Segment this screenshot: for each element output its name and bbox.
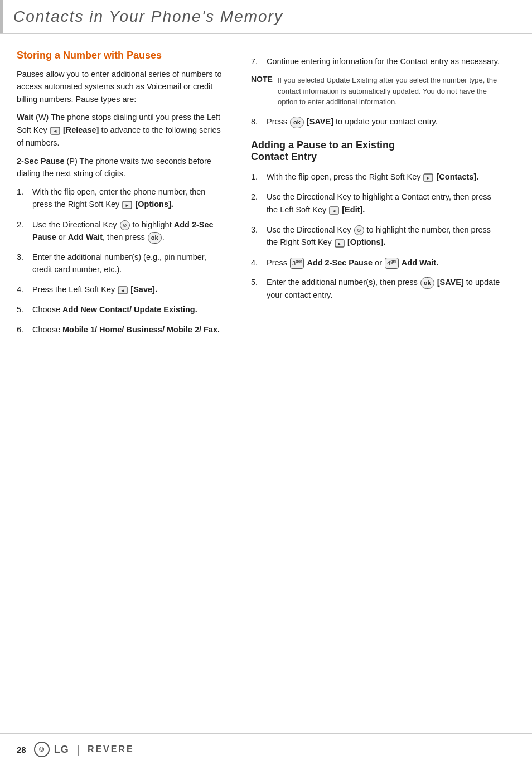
wait-abbrev: (W) [36,113,49,122]
svg-text:◄: ◄ [332,209,336,214]
mobile-home-label: Mobile 1/ Home/ Business/ Mobile 2/ Fax. [62,325,220,334]
pause-step-4-text: Press 3def Add 2-Sec Pause or 4ghi Add W… [267,256,438,269]
page-title: Contacts in Your Phone's Memory [13,0,283,33]
edit-label: [Edit]. [342,205,365,214]
pause-step-1: 1. With the flip open, press the Right S… [251,171,504,183]
brand-name: REVERE [88,744,134,754]
ok-key-icon-2: ok [148,232,162,244]
pause-step-3-text: Use the Directional Key ⊙ to highlight t… [267,224,504,249]
pause-step-5-text: Enter the additional number(s), then pre… [267,276,504,301]
page-number: 28 [17,745,26,754]
svg-text:►: ► [125,203,129,208]
step-8-text: Press ok [SAVE] to update your contact e… [267,115,438,128]
step-1-text: With the flip open, enter the phone numb… [32,186,223,211]
step-num-2: 2. [17,219,30,231]
step-3-text: Enter the additional number(s) (e.g., pi… [32,251,223,276]
key-4ghi-icon: 4ghi [385,258,399,268]
right-step-8: 8. Press ok [SAVE] to update your contac… [251,115,504,128]
left-step-1: 1. With the flip open, enter the phone n… [17,186,223,211]
right-softkey-icon-p1: ► [423,171,433,183]
adding-pause-heading: Adding a Pause to an Existing Contact En… [251,139,504,163]
directional-key-icon-p3: ⊙ [354,225,364,235]
step-num-1: 1. [17,186,30,198]
step-4-key: [Save]. [130,285,157,294]
pause-step-num-1: 1. [251,171,264,183]
header-bar [0,0,3,33]
right-softkey-icon-1: ► [122,198,132,211]
step-5-text: Choose Add New Contact/ Update Existing. [32,303,197,316]
right-steps-top: 7. Continue entering information for the… [251,55,504,67]
pause-step-num-4: 4. [251,256,264,269]
svg-text:►: ► [427,176,431,181]
directional-key-icon-2: ⊙ [120,220,130,230]
ok-key-icon-8: ok [290,117,304,128]
adding-pause-line2: Contact Entry [251,151,317,162]
pause-step-2: 2. Use the Directional Key to highlight … [251,191,504,216]
options-label-p3: [Options]. [347,238,385,246]
note-label: NOTE [251,75,272,84]
pause-step-1-text: With the flip open, press the Right Soft… [267,171,478,183]
pause-term: 2-Sec Pause [17,157,64,166]
right-column: 7. Continue entering information for the… [234,50,515,343]
left-step-2: 2. Use the Directional Key ⊙ to highligh… [17,219,223,244]
left-softkey-icon-4: ◄ [118,284,128,296]
left-steps-list: 1. With the flip open, enter the phone n… [17,186,223,336]
left-column: Storing a Number with Pauses Pauses allo… [0,50,234,343]
step-6-text: Choose Mobile 1/ Home/ Business/ Mobile … [32,323,220,336]
wait-description: Wait (W) The phone stops dialing until y… [17,111,223,149]
pause-step-4: 4. Press 3def Add 2-Sec Pause or 4ghi Ad… [251,256,504,269]
left-step-3: 3. Enter the additional number(s) (e.g.,… [17,251,223,276]
step-num-4: 4. [17,283,30,296]
adding-pause-line1: Adding a Pause to an Existing [251,139,395,151]
lg-circle-logo: Ⓒ [34,742,50,757]
pause-step-num-5: 5. [251,276,264,288]
step-num-7: 7. [251,55,264,67]
release-label: [Release] [63,125,99,134]
right-softkey-icon-p3: ► [335,236,345,249]
key-3def-icon: 3def [290,258,304,268]
adding-pause-steps: 1. With the flip open, press the Right S… [251,171,504,302]
svg-text:◄: ◄ [53,129,57,134]
step-num-6: 6. [17,323,30,336]
footer-logo: Ⓒ LG | REVERE [34,742,134,757]
add-wait-label-2: Add Wait [68,233,103,241]
contacts-label: [Contacts]. [437,172,479,181]
add-wait-label-p4: Add Wait. [402,258,438,267]
step-num-5: 5. [17,303,30,316]
note-text: If you selected Update Existing after yo… [278,75,504,108]
pause-step-3: 3. Use the Directional Key ⊙ to highligh… [251,224,504,249]
add-new-contact-label: Add New Contact/ Update Existing. [62,305,197,314]
pause-description: 2-Sec Pause (P) The phone waits two seco… [17,155,223,180]
ok-key-icon-p5: ok [420,277,434,289]
step-num-3: 3. [17,251,30,263]
svg-text:◄: ◄ [120,288,125,293]
left-step-5: 5. Choose Add New Contact/ Update Existi… [17,303,223,316]
add-2sec-pause-label-p4: Add 2-Sec Pause [307,258,373,267]
pause-step-num-2: 2. [251,191,264,203]
pause-abbrev: (P) [66,157,77,166]
save-label-8: [SAVE] [307,117,333,126]
pause-step-5: 5. Enter the additional number(s), then … [251,276,504,301]
footer-pipe: | [77,743,80,756]
left-softkey-release-icon: ◄ [50,124,60,137]
left-section-heading: Storing a Number with Pauses [17,50,223,61]
content-area: Storing a Number with Pauses Pauses allo… [0,50,532,343]
intro-text: Pauses allow you to enter additional ser… [17,68,223,105]
page-footer: 28 Ⓒ LG | REVERE [0,733,532,765]
step-4-text: Press the Left Soft Key ◄ [Save]. [32,283,157,296]
left-softkey-icon-p2: ◄ [329,204,339,216]
right-step-7: 7. Continue entering information for the… [251,55,504,67]
page-header: Contacts in Your Phone's Memory [0,0,532,34]
save-label-p5: [SAVE] [437,278,464,287]
pause-step-2-text: Use the Directional Key to highlight a C… [267,191,504,216]
left-step-6: 6. Choose Mobile 1/ Home/ Business/ Mobi… [17,323,223,336]
step-8-list: 8. Press ok [SAVE] to update your contac… [251,115,504,128]
pause-step-num-3: 3. [251,224,264,236]
svg-text:►: ► [337,241,342,246]
page-wrapper: Contacts in Your Phone's Memory Storing … [0,0,532,765]
left-step-4: 4. Press the Left Soft Key ◄ [Save]. [17,283,223,296]
note-block: NOTE If you selected Update Existing aft… [251,75,504,108]
wait-term: Wait [17,113,33,122]
step-7-text: Continue entering information for the Co… [267,55,500,67]
step-1-key: [Options]. [135,200,173,209]
